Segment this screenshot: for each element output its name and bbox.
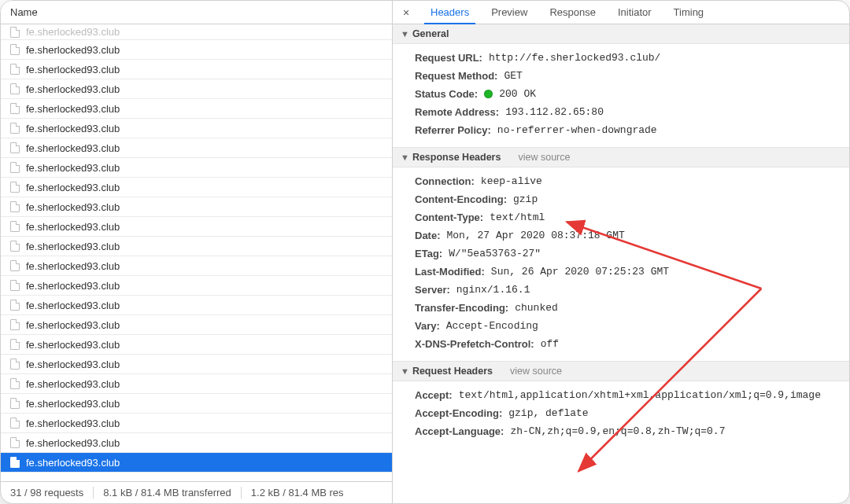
kv-value: text/html,application/xhtml+xml,applicat… xyxy=(459,389,821,401)
request-row[interactable]: fe.sherlocked93.club xyxy=(1,355,392,374)
request-row[interactable]: fe.sherlocked93.club xyxy=(1,79,392,99)
kv-key: Transfer-Encoding: xyxy=(415,302,508,314)
kv-row: Accept-Language:zh-CN,zh;q=0.9,en;q=0.8,… xyxy=(393,422,849,440)
column-header-name[interactable]: Name xyxy=(1,1,392,24)
kv-value: no-referrer-when-downgrade xyxy=(497,124,657,136)
kv-key: Content-Encoding: xyxy=(415,193,507,205)
file-icon xyxy=(10,280,20,291)
file-icon xyxy=(10,398,20,409)
request-name: fe.sherlocked93.club xyxy=(26,280,120,292)
kv-key: X-DNS-Prefetch-Control: xyxy=(415,338,534,350)
file-icon xyxy=(10,457,20,468)
file-icon xyxy=(10,64,20,75)
kv-row: Transfer-Encoding:chunked xyxy=(393,299,849,317)
tab-headers[interactable]: Headers xyxy=(419,1,480,24)
kv-row: Referrer Policy:no-referrer-when-downgra… xyxy=(393,121,849,139)
tab-initiator[interactable]: Initiator xyxy=(607,1,663,24)
section-header[interactable]: ▼General xyxy=(393,24,849,44)
section-title: Request Headers xyxy=(412,366,493,377)
request-name: fe.sherlocked93.club xyxy=(26,64,120,75)
request-row[interactable]: fe.sherlocked93.club xyxy=(1,60,392,79)
request-row[interactable]: fe.sherlocked93.club xyxy=(1,335,392,355)
view-source-link[interactable]: view source xyxy=(510,366,562,377)
request-row[interactable]: fe.sherlocked93.club xyxy=(1,40,392,60)
kv-row: Server:nginx/1.16.1 xyxy=(393,281,849,299)
status-ok-icon xyxy=(484,90,493,98)
close-details-button[interactable]: × xyxy=(396,1,416,24)
file-icon xyxy=(10,201,20,212)
file-icon xyxy=(10,339,20,350)
chevron-down-icon: ▼ xyxy=(401,366,409,376)
kv-key: Date: xyxy=(415,230,441,241)
kv-row: Accept-Encoding:gzip, deflate xyxy=(393,404,849,422)
request-row[interactable]: fe.sherlocked93.club xyxy=(1,158,392,178)
kv-key: Last-Modified: xyxy=(415,266,485,278)
kv-key: Server: xyxy=(415,284,450,296)
request-row[interactable]: fe.sherlocked93.club xyxy=(1,119,392,138)
kv-row: Date:Mon, 27 Apr 2020 08:37:18 GMT xyxy=(393,226,849,245)
request-name: fe.sherlocked93.club xyxy=(26,142,120,154)
request-row[interactable]: fe.sherlocked93.club xyxy=(1,99,392,119)
details-scroll: ▼GeneralRequest URL:http://fe.sherlocked… xyxy=(393,24,849,503)
request-row[interactable]: fe.sherlocked93.club xyxy=(1,178,392,197)
request-name: fe.sherlocked93.club xyxy=(26,201,120,213)
kv-row: ETag:W/"5ea53763-27" xyxy=(393,245,849,263)
request-row[interactable]: fe.sherlocked93.club xyxy=(1,374,392,394)
request-row[interactable]: fe.sherlocked93.club xyxy=(1,433,392,453)
request-row[interactable]: fe.sherlocked93.club xyxy=(1,237,392,256)
kv-value: W/"5ea53763-27" xyxy=(449,248,541,259)
request-name: fe.sherlocked93.club xyxy=(26,319,120,331)
section-header[interactable]: ▼Request Headersview source xyxy=(393,361,849,381)
file-icon xyxy=(10,182,20,193)
statusbar-requests: 31 / 98 requests xyxy=(1,487,94,498)
kv-row: Content-Encoding:gzip xyxy=(393,190,849,208)
kv-row: X-DNS-Prefetch-Control:off xyxy=(393,335,849,353)
file-icon xyxy=(10,418,20,429)
file-icon xyxy=(10,103,20,114)
request-row[interactable]: fe.sherlocked93.club xyxy=(1,197,392,217)
request-name: fe.sherlocked93.club xyxy=(26,457,120,469)
kv-value: text/html xyxy=(490,212,545,223)
request-name: fe.sherlocked93.club xyxy=(26,26,120,38)
request-row[interactable]: fe.sherlocked93.club xyxy=(1,217,392,237)
section-header[interactable]: ▼Response Headersview source xyxy=(393,147,849,167)
request-name: fe.sherlocked93.club xyxy=(26,182,120,193)
kv-row: Status Code:200 OK xyxy=(393,85,849,103)
kv-key: Vary: xyxy=(415,320,440,332)
tab-timing[interactable]: Timing xyxy=(663,1,715,24)
kv-row: Content-Type:text/html xyxy=(393,208,849,226)
kv-row: Request Method:GET xyxy=(393,67,849,85)
request-row[interactable]: fe.sherlocked93.club xyxy=(1,24,392,40)
request-row[interactable]: fe.sherlocked93.club xyxy=(1,256,392,276)
tabs-bar: × HeadersPreviewResponseInitiatorTiming xyxy=(393,1,849,24)
request-row[interactable]: fe.sherlocked93.club xyxy=(1,394,392,414)
file-icon xyxy=(10,437,20,448)
section-title: Response Headers xyxy=(412,152,501,163)
request-name: fe.sherlocked93.club xyxy=(26,103,120,115)
tab-response[interactable]: Response xyxy=(538,1,607,24)
kv-key: Referrer Policy: xyxy=(415,124,491,136)
request-row[interactable]: fe.sherlocked93.club xyxy=(1,138,392,158)
request-name: fe.sherlocked93.club xyxy=(26,359,120,370)
view-source-link[interactable]: view source xyxy=(518,152,570,163)
kv-key: Accept-Language: xyxy=(415,425,504,437)
request-row[interactable]: fe.sherlocked93.club xyxy=(1,453,392,473)
file-icon xyxy=(10,300,20,311)
kv-value: gzip xyxy=(513,193,538,205)
request-row[interactable]: fe.sherlocked93.club xyxy=(1,414,392,433)
kv-key: Request Method: xyxy=(415,70,497,82)
request-row[interactable]: fe.sherlocked93.club xyxy=(1,296,392,315)
request-name: fe.sherlocked93.club xyxy=(26,83,120,95)
chevron-down-icon: ▼ xyxy=(401,153,409,162)
request-row[interactable]: fe.sherlocked93.club xyxy=(1,315,392,335)
file-icon xyxy=(10,142,20,153)
tab-preview[interactable]: Preview xyxy=(480,1,538,24)
request-name: fe.sherlocked93.club xyxy=(26,300,120,311)
kv-value: zh-CN,zh;q=0.9,en;q=0.8,zh-TW;q=0.7 xyxy=(510,425,725,437)
file-icon xyxy=(10,27,20,38)
request-name: fe.sherlocked93.club xyxy=(26,398,120,410)
request-name: fe.sherlocked93.club xyxy=(26,162,120,174)
kv-key: Remote Address: xyxy=(415,106,499,118)
request-row[interactable]: fe.sherlocked93.club xyxy=(1,276,392,296)
kv-list: Request URL:http://fe.sherlocked93.club/… xyxy=(393,44,849,147)
